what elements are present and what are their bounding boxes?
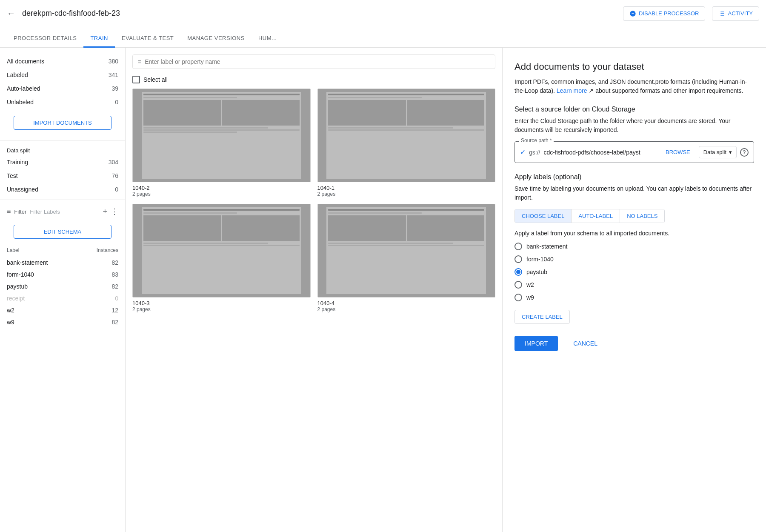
activity-btn-label: ACTIVITY bbox=[728, 10, 753, 17]
apply-labels-desc: Save time by labeling your documents on … bbox=[514, 184, 754, 202]
label-bank-statement[interactable]: bank-statement 82 bbox=[0, 257, 125, 269]
tab-hum[interactable]: HUM... bbox=[252, 30, 283, 48]
label-paystub-name: paystub bbox=[7, 283, 28, 290]
all-documents-row: All documents 380 bbox=[0, 54, 125, 68]
label-w9-name: w9 bbox=[7, 319, 14, 326]
browse-button[interactable]: BROWSE bbox=[660, 146, 695, 158]
radio-paystub[interactable]: paystub bbox=[514, 268, 754, 276]
cancel-button[interactable]: CANCEL bbox=[563, 336, 608, 351]
labeled-label: Labeled bbox=[7, 72, 28, 78]
doc-thumb-inner-1040-3 bbox=[142, 207, 301, 295]
center-content: ≡ Select all bbox=[126, 48, 502, 532]
tab-manage-versions[interactable]: MANAGE VERSIONS bbox=[180, 30, 252, 48]
tab-processor-details[interactable]: PROCESSOR DETAILS bbox=[7, 30, 83, 48]
label-col-header: Label bbox=[7, 247, 19, 253]
doc-card-1040-2[interactable]: 1040-2 2 pages bbox=[132, 89, 311, 197]
filter-bar-icon: ≡ bbox=[138, 58, 141, 65]
label-w2[interactable]: w2 12 bbox=[0, 304, 125, 316]
tab-no-labels[interactable]: NO LABELS bbox=[620, 209, 664, 223]
label-w9[interactable]: w9 82 bbox=[0, 316, 125, 328]
radio-w9-label: w9 bbox=[526, 294, 534, 301]
auto-labeled-count: 39 bbox=[111, 85, 118, 92]
doc-pages-1040-1: 2 pages bbox=[317, 191, 496, 197]
doc-name-1040-3: 1040-3 bbox=[132, 300, 311, 306]
label-form-1040[interactable]: form-1040 83 bbox=[0, 269, 125, 280]
back-button[interactable]: ← bbox=[7, 9, 15, 18]
doc-card-1040-1[interactable]: 1040-1 2 pages bbox=[317, 89, 496, 197]
disable-processor-button[interactable]: DISABLE PROCESSOR bbox=[623, 6, 706, 21]
label-w2-name: w2 bbox=[7, 307, 14, 314]
import-documents-button[interactable]: IMPORT DOCUMENTS bbox=[14, 116, 111, 130]
doc-meta-1040-4: 1040-4 2 pages bbox=[317, 300, 496, 312]
unassigned-count: 0 bbox=[115, 186, 118, 193]
label-bank-statement-count: 82 bbox=[111, 259, 118, 266]
label-paystub-count: 82 bbox=[111, 283, 118, 290]
unlabeled-row: Unlabeled 0 bbox=[0, 95, 125, 109]
add-documents-dialog: Add documents to your dataset Import PDF… bbox=[502, 48, 766, 532]
help-icon[interactable]: ? bbox=[740, 148, 749, 157]
test-row: Test 76 bbox=[0, 169, 125, 183]
divider-2 bbox=[0, 200, 125, 200]
training-count: 304 bbox=[109, 159, 118, 166]
label-paystub[interactable]: paystub 82 bbox=[0, 280, 125, 292]
test-count: 76 bbox=[111, 172, 118, 179]
radio-w2[interactable]: w2 bbox=[514, 281, 754, 289]
label-form-1040-name: form-1040 bbox=[7, 271, 34, 278]
radio-bank-statement[interactable]: bank-statement bbox=[514, 243, 754, 250]
auto-labeled-row: Auto-labeled 39 bbox=[0, 82, 125, 95]
data-split-label: Data split bbox=[703, 149, 726, 155]
activity-icon bbox=[718, 10, 725, 17]
source-path-prefix: gs:// bbox=[529, 149, 540, 156]
edit-schema-button[interactable]: EDIT SCHEMA bbox=[14, 225, 111, 239]
label-receipt-count: 0 bbox=[115, 295, 118, 302]
dialog-title: Add documents to your dataset bbox=[514, 61, 754, 72]
tab-auto-label[interactable]: AUTO-LABEL bbox=[571, 209, 620, 223]
create-label-button[interactable]: CREATE LABEL bbox=[514, 310, 570, 324]
all-documents-count: 380 bbox=[109, 58, 118, 65]
learn-more-link[interactable]: Learn more bbox=[557, 87, 587, 94]
disable-btn-label: DISABLE PROCESSOR bbox=[639, 10, 699, 17]
tab-choose-label[interactable]: CHOOSE LABEL bbox=[515, 209, 571, 223]
filter-input[interactable] bbox=[145, 58, 490, 65]
label-form-1040-count: 83 bbox=[111, 271, 118, 278]
source-section-desc: Enter the Cloud Storage path to the fold… bbox=[514, 117, 754, 134]
radio-w2-label: w2 bbox=[526, 281, 534, 288]
radio-form-1040[interactable]: form-1040 bbox=[514, 255, 754, 263]
training-row: Training 304 bbox=[0, 155, 125, 169]
data-split-select[interactable]: Data split ▾ bbox=[699, 146, 737, 158]
tab-evaluate-test[interactable]: EVALUATE & TEST bbox=[115, 30, 180, 48]
topbar: ← derekpm-cdc-fishfood-feb-23 DISABLE PR… bbox=[0, 0, 766, 27]
label-receipt-name: receipt bbox=[7, 295, 25, 302]
test-label: Test bbox=[7, 172, 18, 179]
source-path-value: cdc-fishfood-pdfs/choose-label/payst bbox=[543, 149, 657, 156]
data-split-title: Data split bbox=[0, 144, 125, 155]
radio-paystub-label: paystub bbox=[526, 269, 547, 275]
label-w2-count: 12 bbox=[111, 307, 118, 314]
radio-w9[interactable]: w9 bbox=[514, 294, 754, 301]
tab-train[interactable]: TRAIN bbox=[83, 30, 115, 48]
select-all-checkbox[interactable] bbox=[132, 76, 140, 83]
unlabeled-label: Unlabeled bbox=[7, 99, 34, 106]
import-submit-button[interactable]: IMPORT bbox=[514, 336, 558, 351]
label-bank-statement-name: bank-statement bbox=[7, 259, 48, 266]
radio-paystub-circle bbox=[514, 268, 522, 276]
activity-button[interactable]: ACTIVITY bbox=[712, 6, 759, 21]
doc-card-1040-4[interactable]: 1040-4 2 pages bbox=[317, 204, 496, 312]
radio-group: bank-statement form-1040 paystub w2 w9 bbox=[514, 243, 754, 301]
filter-bar[interactable]: ≡ bbox=[132, 54, 495, 69]
doc-card-1040-3[interactable]: 1040-3 2 pages bbox=[132, 204, 311, 312]
add-filter-button[interactable]: + bbox=[103, 207, 107, 216]
apply-labels-title: Apply labels (optional) bbox=[514, 173, 754, 181]
filter-row: ≡ Filter Filter Labels + ⋮ bbox=[0, 203, 125, 220]
doc-name-1040-4: 1040-4 bbox=[317, 300, 496, 306]
radio-w2-circle bbox=[514, 281, 522, 289]
label-receipt[interactable]: receipt 0 bbox=[0, 292, 125, 304]
more-options-button[interactable]: ⋮ bbox=[111, 207, 118, 216]
radio-w9-circle bbox=[514, 294, 522, 301]
label-header: Label Instances bbox=[0, 244, 125, 257]
filter-label: Filter bbox=[14, 209, 26, 215]
divider-1 bbox=[0, 140, 125, 140]
filter-placeholder-text: Filter Labels bbox=[30, 209, 60, 215]
radio-form-1040-circle bbox=[514, 255, 522, 263]
select-all-row: Select all bbox=[132, 76, 495, 83]
